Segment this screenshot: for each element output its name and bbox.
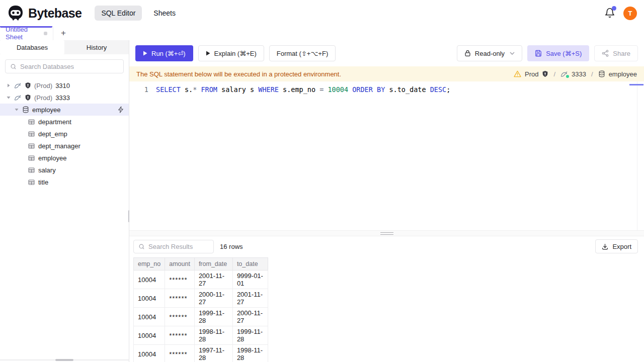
instance-env-label: (Prod) [34, 94, 52, 102]
instance-id-label: 3310 [55, 82, 70, 89]
column-header-amount[interactable]: amount [165, 258, 195, 270]
cell-amount: ****** [165, 289, 195, 308]
cell-to-date: 1999-11-28 [232, 326, 268, 345]
env-badge-label: Prod [525, 70, 538, 78]
table-row: 10004 ****** 1997-11-28 1998-11-28 [134, 345, 268, 362]
cell-from-date: 1997-11-28 [194, 345, 232, 362]
cell-from-date: 2001-11-27 [194, 270, 232, 289]
notification-bell-icon[interactable] [604, 8, 615, 19]
brand[interactable]: Bytebase [7, 5, 82, 22]
tree-instance-3333[interactable]: (Prod) 3333 [0, 92, 129, 104]
sql-token: WHERE [258, 85, 279, 94]
instance-breadcrumb-label[interactable]: 3333 [572, 70, 586, 78]
protected-environment-banner: The SQL statement below will be executed… [129, 66, 644, 81]
cell-amount: ****** [165, 345, 195, 362]
divider-grip-icon [380, 232, 393, 235]
column-header-emp-no[interactable]: emp_no [134, 258, 165, 270]
search-results-input[interactable] [148, 243, 209, 250]
nav-sheets[interactable]: Sheets [147, 6, 182, 21]
sidebar-hscrollbar-thumb[interactable] [55, 359, 73, 361]
tree-table-item[interactable]: salary [0, 164, 129, 176]
cell-emp-no: 10004 [134, 345, 165, 362]
tree-table-item[interactable]: title [0, 176, 129, 188]
sheet-tab-label: Untitled Sheet [6, 26, 39, 41]
mysql-icon [560, 71, 568, 77]
sql-token: ; [446, 85, 450, 94]
sql-token: s.to_date [385, 85, 430, 94]
row-count-label: 16 rows [220, 243, 243, 250]
sidebar-tabs: Databases History [0, 40, 129, 54]
sql-token: SELECT [156, 85, 181, 94]
sidebar-hscrollbar [0, 359, 129, 360]
caret-right-icon[interactable] [6, 83, 11, 87]
lightning-icon[interactable] [118, 106, 124, 113]
run-button[interactable]: Run (⌘+⏎) [135, 45, 193, 61]
play-icon [206, 51, 210, 56]
sql-token: FROM [201, 85, 217, 94]
table-name-label: salary [38, 166, 56, 174]
cell-amount: ****** [165, 308, 195, 326]
tree-instance-3310[interactable]: (Prod) 3310 [0, 79, 129, 92]
cell-to-date: 2000-11-27 [232, 308, 268, 326]
avatar[interactable]: T [623, 7, 637, 20]
notification-badge [612, 6, 616, 11]
results-search-box [133, 240, 214, 253]
caret-down-icon[interactable] [14, 108, 19, 112]
mysql-icon [14, 82, 22, 89]
export-button[interactable]: Export [595, 239, 638, 253]
sql-code-line[interactable]: SELECT s.* FROM salary s WHERE s.emp_no … [148, 85, 450, 230]
sidebar-search [5, 59, 124, 73]
tree-table-item[interactable]: dept_emp [0, 128, 129, 140]
tree-table-item[interactable]: department [0, 116, 129, 128]
explain-button[interactable]: Explain (⌘+E) [198, 45, 264, 61]
editor-scrollbar-track [637, 81, 637, 230]
share-button[interactable]: Share [594, 45, 638, 61]
workspace: Databases History [0, 40, 644, 362]
sql-token: DESC [430, 85, 447, 94]
share-button-label: Share [613, 50, 630, 57]
editor-toolbar: Run (⌘+⏎) Explain (⌘+E) Format (⇧+⌥+F) R… [129, 40, 644, 66]
breadcrumb-separator: / [590, 70, 595, 78]
format-button[interactable]: Format (⇧+⌥+F) [269, 45, 336, 61]
tree-table-item[interactable]: dept_manager [0, 140, 129, 152]
table-icon [28, 155, 35, 161]
add-sheet-button[interactable]: + [53, 26, 73, 40]
table-row: 10004 ****** 2001-11-27 9999-01-01 [134, 270, 268, 289]
save-button[interactable]: Save (⌘+S) [527, 45, 589, 61]
tree-table-item[interactable]: employee [0, 152, 129, 164]
cell-emp-no: 10004 [134, 326, 165, 345]
cell-emp-no: 10004 [134, 289, 165, 308]
database-breadcrumb-label[interactable]: employee [609, 70, 637, 78]
nav-sql-editor[interactable]: SQL Editor [95, 6, 142, 21]
shield-icon [542, 70, 548, 77]
save-icon [535, 50, 542, 57]
mysql-icon [14, 95, 22, 101]
warning-triangle-icon [514, 70, 521, 77]
connection-breadcrumb: Prod / 3333 / employee [514, 70, 637, 78]
search-databases-input[interactable] [20, 63, 119, 70]
column-header-from-date[interactable]: from_date [194, 258, 232, 270]
tree-database-employee[interactable]: employee [0, 104, 129, 116]
caret-down-icon[interactable] [6, 96, 11, 100]
column-header-to-date[interactable]: to_date [232, 258, 268, 270]
results-table: emp_no amount from_date to_date 10004 **… [133, 257, 268, 362]
chevron-down-icon [510, 52, 515, 55]
topbar-right: T [604, 7, 637, 20]
sql-editor[interactable]: 1 SELECT s.* FROM salary s WHERE s.emp_n… [129, 81, 644, 230]
database-icon [598, 70, 605, 77]
instance-env-label: (Prod) [34, 82, 52, 89]
panel-resize-divider[interactable] [129, 230, 644, 236]
banner-message: The SQL statement below will be executed… [136, 70, 341, 78]
cell-from-date: 2000-11-27 [194, 289, 232, 308]
table-name-label: dept_emp [38, 130, 67, 138]
sql-token: 10004 [328, 85, 348, 94]
sheet-tabstrip: Untitled Sheet + [0, 26, 644, 40]
tab-databases[interactable]: Databases [0, 40, 64, 54]
database-icon [22, 106, 29, 113]
sheet-tab-untitled[interactable]: Untitled Sheet [0, 26, 53, 40]
format-button-label: Format (⇧+⌥+F) [277, 50, 328, 57]
tab-history[interactable]: History [64, 40, 129, 54]
readonly-mode-dropdown[interactable]: Read-only [457, 45, 522, 61]
export-button-label: Export [612, 243, 631, 250]
sql-token [348, 85, 352, 94]
